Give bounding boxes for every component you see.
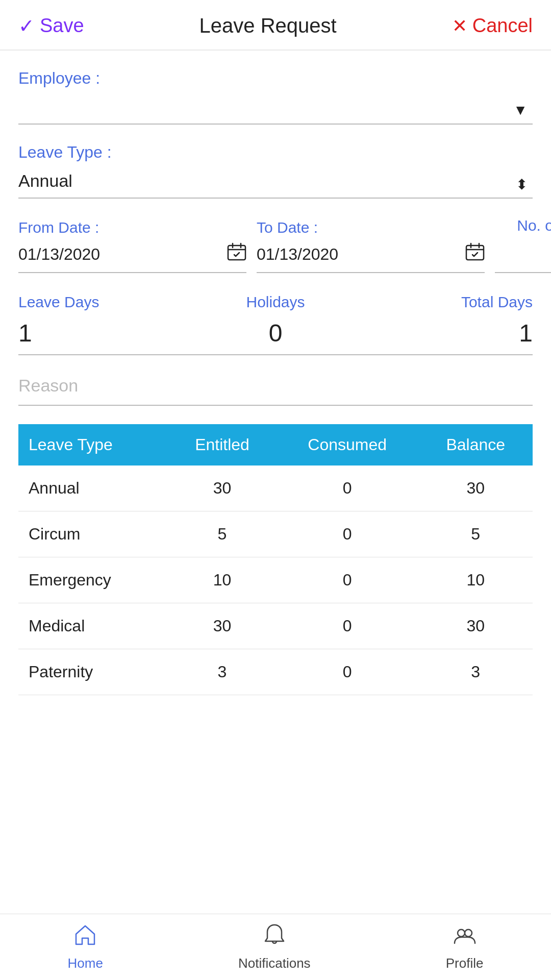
check-icon: ✓: [18, 15, 35, 37]
save-button[interactable]: ✓ Save: [18, 15, 84, 37]
total-days-value: 1: [361, 319, 533, 355]
cell-consumed: 0: [276, 511, 419, 557]
from-date-calendar-icon[interactable]: [227, 242, 246, 266]
table-header-row: Leave Type Entitled Consumed Balance: [18, 424, 533, 465]
leave-type-select[interactable]: Annual Circum Emergency Medical Paternit…: [18, 171, 533, 190]
col-balance: Balance: [419, 424, 533, 465]
table-row: Medical30030: [18, 603, 533, 649]
cell-type: Annual: [18, 465, 168, 511]
employee-label: Employee :: [18, 69, 533, 88]
leave-type-dropdown-wrapper: Annual Circum Emergency Medical Paternit…: [18, 171, 533, 199]
from-date-label: From Date :: [18, 219, 246, 236]
nav-profile[interactable]: Profile: [446, 923, 484, 971]
to-date-input[interactable]: [257, 245, 461, 264]
page-title: Leave Request: [199, 14, 337, 37]
employee-section: Employee : ▼: [18, 69, 533, 125]
cell-entitled: 5: [168, 511, 276, 557]
col-leave-type: Leave Type: [18, 424, 168, 465]
col-entitled: Entitled: [168, 424, 276, 465]
cell-balance: 30: [419, 603, 533, 649]
no-of-days-label: No. of Days: [495, 217, 551, 234]
table-row: Circum505: [18, 511, 533, 557]
cell-consumed: 0: [276, 465, 419, 511]
svg-point-8: [458, 929, 465, 937]
nav-notifications[interactable]: Notifications: [238, 923, 311, 971]
leave-days-col: Leave Days 1: [18, 293, 190, 355]
total-days-col: Total Days 1: [361, 293, 533, 355]
table-row: Paternity303: [18, 649, 533, 695]
holidays-col: Holidays 0: [190, 293, 361, 355]
home-icon: [73, 923, 97, 952]
cell-balance: 10: [419, 557, 533, 603]
to-date-label: To Date :: [257, 219, 485, 236]
cell-entitled: 10: [168, 557, 276, 603]
svg-rect-4: [466, 246, 484, 260]
summary-row: Leave Days 1 Holidays 0 Total Days 1: [18, 293, 533, 355]
header: ✓ Save Leave Request ✕ Cancel: [0, 0, 551, 51]
home-label: Home: [68, 955, 103, 971]
cell-entitled: 30: [168, 465, 276, 511]
cell-type: Emergency: [18, 557, 168, 603]
cell-entitled: 3: [168, 649, 276, 695]
cell-consumed: 0: [276, 557, 419, 603]
col-consumed: Consumed: [276, 424, 419, 465]
cell-type: Circum: [18, 511, 168, 557]
svg-rect-0: [228, 246, 245, 260]
holidays-label: Holidays: [190, 293, 361, 311]
leave-type-section: Leave Type : Annual Circum Emergency Med…: [18, 143, 533, 199]
to-date-calendar-icon[interactable]: [465, 242, 485, 266]
cell-consumed: 0: [276, 649, 419, 695]
profile-icon: [453, 923, 477, 952]
cell-entitled: 30: [168, 603, 276, 649]
date-row: From Date : To Date :: [18, 217, 533, 273]
nav-home[interactable]: Home: [68, 923, 103, 971]
notifications-label: Notifications: [238, 955, 311, 971]
cell-consumed: 0: [276, 603, 419, 649]
cell-balance: 30: [419, 465, 533, 511]
table-row: Annual30030: [18, 465, 533, 511]
bottom-nav: Home Notifications Profile: [0, 914, 551, 980]
no-of-days-field: No. of Days 1: [495, 217, 551, 273]
cancel-label: Cancel: [472, 15, 533, 37]
total-days-label: Total Days: [361, 293, 533, 311]
profile-label: Profile: [446, 955, 484, 971]
employee-select[interactable]: [18, 97, 533, 116]
holidays-value: 0: [190, 319, 361, 355]
reason-section: [18, 376, 533, 406]
from-date-input-wrapper: [18, 242, 246, 273]
save-label: Save: [40, 15, 84, 37]
table-row: Emergency10010: [18, 557, 533, 603]
cell-balance: 5: [419, 511, 533, 557]
leave-days-value: 1: [18, 319, 190, 355]
from-date-input[interactable]: [18, 245, 223, 264]
leave-table: Leave Type Entitled Consumed Balance Ann…: [18, 424, 533, 695]
to-date-field: To Date :: [257, 219, 495, 273]
table-body: Annual30030Circum505Emergency10010Medica…: [18, 465, 533, 695]
main-content: Employee : ▼ Leave Type : Annual Circum …: [0, 51, 551, 772]
svg-point-9: [465, 929, 472, 937]
notifications-icon: [262, 923, 287, 952]
employee-dropdown-wrapper: ▼: [18, 97, 533, 125]
cancel-button[interactable]: ✕ Cancel: [452, 15, 533, 37]
from-date-field: From Date :: [18, 219, 257, 273]
x-icon: ✕: [452, 15, 467, 37]
table-header: Leave Type Entitled Consumed Balance: [18, 424, 533, 465]
no-of-days-input-wrapper: 1: [495, 240, 551, 273]
cell-type: Paternity: [18, 649, 168, 695]
cell-type: Medical: [18, 603, 168, 649]
reason-input[interactable]: [18, 376, 533, 406]
cell-balance: 3: [419, 649, 533, 695]
leave-days-label: Leave Days: [18, 293, 190, 311]
leave-type-label: Leave Type :: [18, 143, 533, 162]
to-date-input-wrapper: [257, 242, 485, 273]
